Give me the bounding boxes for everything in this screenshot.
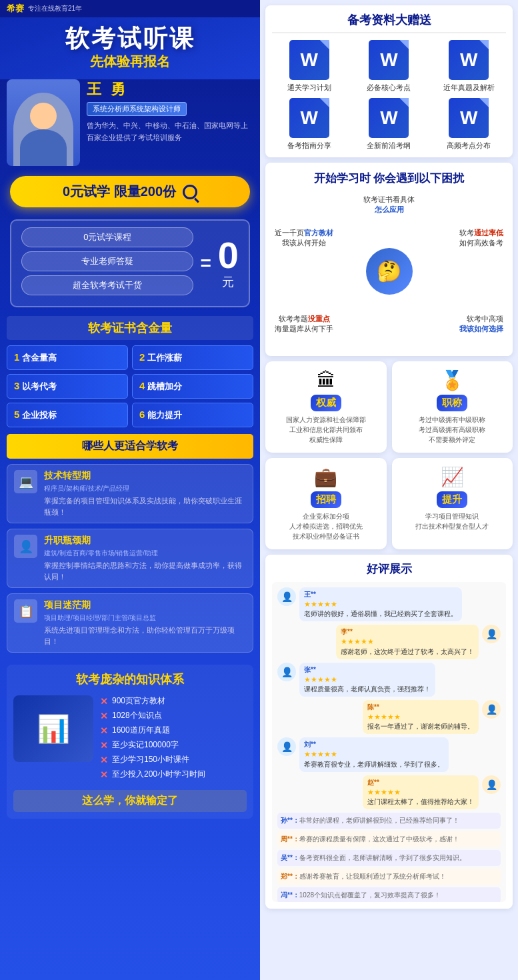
resource-item-1: 通关学习计划 [272, 40, 347, 93]
site-logo: 希赛 [7, 3, 24, 15]
resource-icon-6 [449, 98, 489, 138]
who-tags-2: 建筑/制造百商/零售市场/销售运营/助理 [44, 549, 246, 558]
cta-section: 0元试学 限量200份 [0, 173, 260, 214]
hero-title: 软考试听课 [10, 24, 250, 53]
knowledge-section: 软考庞杂的知识体系 ✕ 900页官方教材 ✕ 1028个知识点 ✕ 1600道历… [7, 665, 253, 819]
review-author-4: 陈** [367, 703, 474, 712]
tisheng-desc: 学习项目管理知识 打出技术种型复合型人才 [399, 511, 507, 531]
site-slogan: 专注在线教育21年 [28, 4, 82, 13]
review-text-1: 老师讲的很好，通俗易懂，我已经购买了全套课程。 [304, 609, 457, 619]
doc-fold-1 [320, 40, 329, 49]
who-tags-3: 项目助理/项目经理/部门主管/项目总监 [44, 613, 246, 623]
bubble-6: 赵** ★★★★★ 这门课程太棒了，值得推荐给大家！ [363, 775, 479, 809]
resource-label-3: 近年真题及解析 [443, 83, 495, 93]
problem-bubble-br: 软考中高项 我该如何选择 [459, 314, 503, 335]
right-column: 备考资料大赠送 通关学习计划 必备核心考点 [260, 0, 518, 980]
who-tags-1: 程序员/架构师/技术/产品经理 [44, 484, 246, 493]
review-chat-3: 👤 张** ★★★★★ 课程质量很高，老师认真负责，强烈推荐！ [277, 663, 501, 697]
resource-label-2: 必备核心考点 [367, 83, 411, 93]
offer-item-1: 0元试学课程 [21, 227, 193, 247]
feature-zhaopin: 💼 招聘 企业竞标加分项 人才模拟进选，招聘优先 技术职业种型必备证书 [265, 458, 387, 549]
knowledge-image [13, 695, 93, 762]
reviews-section: 好评展示 👤 王** ★★★★★ 老师讲的很好，通俗易懂，我已经购买了全套课程。… [265, 555, 513, 909]
stars-5: ★★★★★ [304, 749, 444, 759]
cert-num-5: 5 [14, 409, 19, 420]
search-icon [183, 185, 197, 199]
resource-item-6: 高频考点分布 [431, 98, 506, 151]
offer-items: 0元试学课程 专业老师答疑 超全软考考试干货 [21, 227, 193, 299]
stars-1: ★★★★★ [304, 599, 457, 609]
zhaopin-icon: 💼 [272, 466, 380, 488]
review-text-4: 报名一年通过了，谢谢老师的辅导。 [367, 722, 474, 731]
review-chat-6: 赵** ★★★★★ 这门课程太棒了，值得推荐给大家！ 👤 [277, 775, 501, 809]
cert-label-1: 含金量高 [22, 353, 57, 363]
who-content-3: 项目迷茫期 项目助理/项目经理/部门主管/项目总监 系统先进项目管理理念和方法，… [44, 599, 246, 647]
problem-bubble-bl: 软考考题没重点 海量题库从何下手 [275, 314, 333, 335]
offer-box: 0元试学课程 专业老师答疑 超全软考考试干货 = 0 元 [10, 219, 250, 307]
xmark-1: ✕ [100, 696, 108, 707]
resource-label-6: 高频考点分布 [447, 141, 491, 151]
cert-label-4: 跳槽加分 [147, 381, 182, 391]
review-extra-5: 冯**：1028个知识点都覆盖了，复习效率提高了很多！ [277, 887, 501, 902]
review-author-1: 王** [304, 590, 457, 599]
quanwei-title: 权威 [311, 395, 341, 411]
review-author-2: 李** [341, 627, 474, 637]
who-icon-2: 👤 [14, 535, 37, 558]
doc-fold-6 [479, 98, 489, 107]
resource-icon-3 [449, 40, 489, 80]
avatar-4: 👤 [482, 700, 501, 719]
bubble-1: 王** ★★★★★ 老师讲的很好，通俗易懂，我已经购买了全套课程。 [299, 587, 462, 621]
cert-num-4: 4 [139, 380, 145, 391]
knowledge-item-6: ✕ 至少投入200小时学习时间 [100, 769, 247, 780]
cert-grid: 1 含金量高 2 工作涨薪 3 以考代考 4 跳槽加分 5 企业投标 [7, 345, 253, 427]
cta-button[interactable]: 0元试学 限量200份 [10, 176, 250, 207]
knowledge-item-4: ✕ 至少实记100000字 [100, 739, 247, 751]
resource-item-3: 近年真题及解析 [431, 40, 506, 93]
who-name-2: 升职瓶颈期 [44, 535, 246, 547]
features-grid: 🏛 权威 国家人力资源和社会保障部 工业和信息化部共同颁布 权威性保障 🏅 职称… [265, 361, 513, 549]
review-extra-4: 郑**：感谢希赛教育，让我顺利通过了系统分析师考试！ [277, 869, 501, 885]
cert-label-5: 企业投标 [22, 410, 57, 420]
review-text-6: 这门课程太棒了，值得推荐给大家！ [367, 797, 474, 807]
problem-center-icon: 🤔 [366, 248, 413, 295]
reviews-container: 👤 王** ★★★★★ 老师讲的很好，通俗易懂，我已经购买了全套课程。 李** … [272, 582, 506, 902]
stars-3: ★★★★★ [304, 675, 431, 685]
who-section: 哪些人更适合学软考 💻 技术转型期 程序员/架构师/技术/产品经理 掌握完备的项… [0, 431, 260, 661]
tisheng-icon: 📈 [399, 466, 507, 488]
zhicheng-icon: 🏅 [399, 369, 507, 391]
cert-num-3: 3 [14, 380, 19, 391]
who-desc-2: 掌握控制事情结果的思路和方法，助你提高做事成功率，获得认同！ [44, 560, 246, 582]
problems-container: 🤔 软考证书看具体 怎么应用 近一千页官方教材 我该从何开始 软考通过率低 如何 [273, 195, 505, 348]
who-desc-1: 掌握完备的项目管理知识体系及实战技能，助你突破职业生涯瓶颈！ [44, 495, 246, 517]
resource-label-5: 全新前沿考纲 [367, 141, 411, 151]
resources-grid: 通关学习计划 必备核心考点 近年真题及解析 [272, 40, 506, 151]
offer-price: 0 元 [218, 237, 239, 290]
resources-title: 备考资料大赠送 [272, 12, 506, 33]
teacher-desc: 曾为华为、中兴、中移动、中石油、国家电网等上百家企业提供了考试培训服务 [87, 120, 253, 143]
avatar-5: 👤 [277, 737, 296, 756]
who-content-1: 技术转型期 程序员/架构师/技术/产品经理 掌握完备的项目管理知识体系及实战技能… [44, 470, 246, 517]
problems-section: 开始学习时 你会遇到以下困扰 🤔 软考证书看具体 怎么应用 近一千页官方教材 我… [265, 163, 513, 356]
cert-item-5: 5 企业投标 [7, 403, 128, 427]
who-item-2: 👤 升职瓶颈期 建筑/制造百商/零售市场/销售运营/助理 掌握控制事情结果的思路… [7, 529, 253, 588]
offer-equals: = [200, 253, 211, 274]
cert-section: 软考证书含金量 1 含金量高 2 工作涨薪 3 以考代考 4 跳槽加分 [0, 313, 260, 431]
xmark-2: ✕ [100, 711, 108, 721]
teacher-title-badge: 系统分析师系统架构设计师 [87, 102, 187, 116]
review-author-3: 张** [304, 665, 431, 675]
hero-section: 软考试听课 先体验再报名 [0, 17, 260, 79]
cert-item-4: 4 跳槽加分 [132, 374, 253, 399]
review-extra-3: 吴**：备考资料很全面，老师讲解清晰，学到了很多实用知识。 [277, 850, 501, 866]
cert-item-2: 2 工作涨薪 [132, 345, 253, 370]
who-desc-3: 系统先进项目管理理念和方法，助你轻松管理百万于万级项目！ [44, 625, 246, 647]
stars-4: ★★★★★ [367, 712, 474, 722]
doc-fold-2 [399, 40, 409, 49]
resources-section: 备考资料大赠送 通关学习计划 必备核心考点 [265, 5, 513, 157]
bubble-5: 刘** ★★★★★ 希赛教育很专业，老师讲解细致，学到了很多。 [299, 737, 449, 771]
problem-bubble-tl: 近一千页官方教材 我该从何开始 [275, 228, 333, 249]
xmark-4: ✕ [100, 740, 108, 751]
problem-bubble-top: 软考证书看具体 怎么应用 [363, 195, 415, 215]
avatar-2: 👤 [482, 625, 501, 643]
offer-unit: 元 [218, 274, 239, 290]
doc-fold-4 [320, 98, 329, 107]
